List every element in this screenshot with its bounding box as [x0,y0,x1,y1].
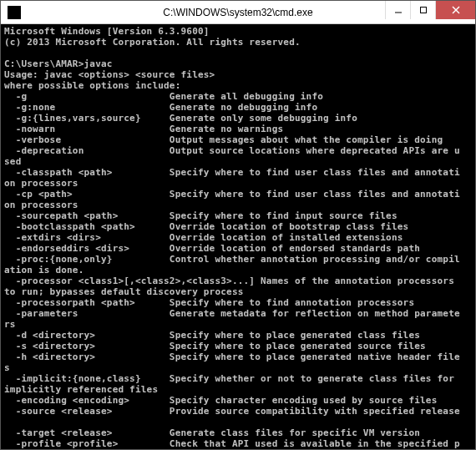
console-line: -g:{lines,vars,source} Generate only som… [4,113,357,124]
close-button[interactable] [435,1,475,19]
console-line: -encoding <encoding> Specify character e… [4,395,438,406]
console-line: Microsoft Windows [Version 6.3.9600] [4,26,210,37]
console-line: -source <release> Provide source compati… [4,406,460,417]
console-line: where possible options include: [4,80,181,91]
titlebar[interactable]: C:\WINDOWS\system32\cmd.exe [1,1,475,24]
console-line: -endorseddirs <dirs> Override location o… [4,243,420,254]
console-line: -processorpath <path> Specify where to f… [4,297,414,308]
console-line: -g:none Generate no debugging info [4,102,317,113]
console-line: C:\Users\AMAR>javac [4,58,113,69]
window-title: C:\WINDOWS\system32\cmd.exe [163,7,312,18]
console-line: -parameters Generate metadata for reflec… [4,308,460,319]
minimize-button[interactable] [385,1,410,19]
console-line: -processor <class1>[,<class2>,<class3>..… [4,276,460,286]
console-line: -proc:{none,only} Control whether annota… [4,254,460,265]
console-line: s [4,362,10,373]
console-line: -target <release> Generate class files f… [4,427,420,438]
console-line: rs [4,319,16,330]
console-line: -extdirs <dirs> Override location of ins… [4,232,403,243]
console-line: -bootclasspath <path> Override location … [4,221,408,232]
window-controls [385,1,475,23]
console-line: -verbose Output messages about what the … [4,134,443,145]
svg-rect-1 [420,8,426,13]
console-line: -h <directory> Specify where to place ge… [4,351,460,362]
console-line: -s <directory> Specify where to place ge… [4,341,426,351]
console-line: (c) 2013 Microsoft Corporation. All righ… [4,37,301,48]
console-line: Usage: javac <options> <source files> [4,69,215,80]
maximize-button[interactable] [410,1,435,19]
console-line: -g Generate all debugging info [4,91,323,102]
console-line: on processors [4,178,78,189]
console-line: ation is done. [4,265,84,276]
console-line: -d <directory> Specify where to place ge… [4,330,420,341]
console-line: -classpath <path> Specify where to find … [4,167,460,178]
console-line: to run; bypasses default discovery proce… [4,286,244,297]
console-line: -cp <path> Specify where to find user cl… [4,189,460,200]
console-line: -profile <profile> Check that API used i… [4,438,460,449]
cmd-window: C:\WINDOWS\system32\cmd.exe Microsoft Wi… [0,0,476,450]
console-line: -implicit:{none,class} Specify whether o… [4,373,460,384]
console-line: -deprecation Output source locations whe… [4,145,460,156]
cmd-icon [8,6,21,19]
console-line: implicitly referenced files [4,384,158,395]
console-line: on processors [4,200,78,210]
console-line: -nowarn Generate no warnings [4,124,283,134]
console-line: -sourcepath <path> Specify where to find… [4,210,398,221]
console-output[interactable]: Microsoft Windows [Version 6.3.9600] (c)… [1,24,475,449]
console-line: sed [4,156,21,167]
